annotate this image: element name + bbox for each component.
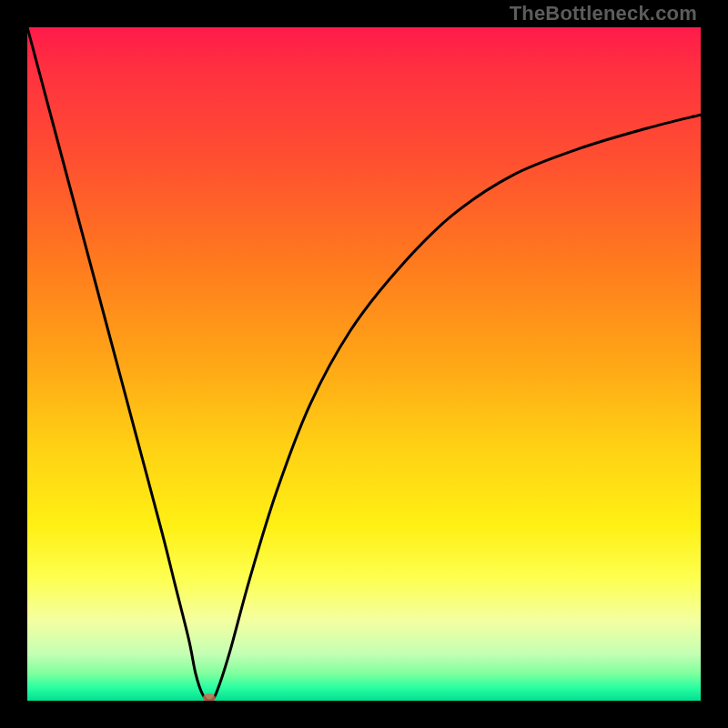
chart-frame: TheBottleneck.com [0,0,728,728]
plot-area [27,27,701,701]
watermark-text: TheBottleneck.com [510,2,697,25]
chart-svg [27,27,701,701]
curve-line [27,27,701,701]
minimum-marker [203,693,216,701]
